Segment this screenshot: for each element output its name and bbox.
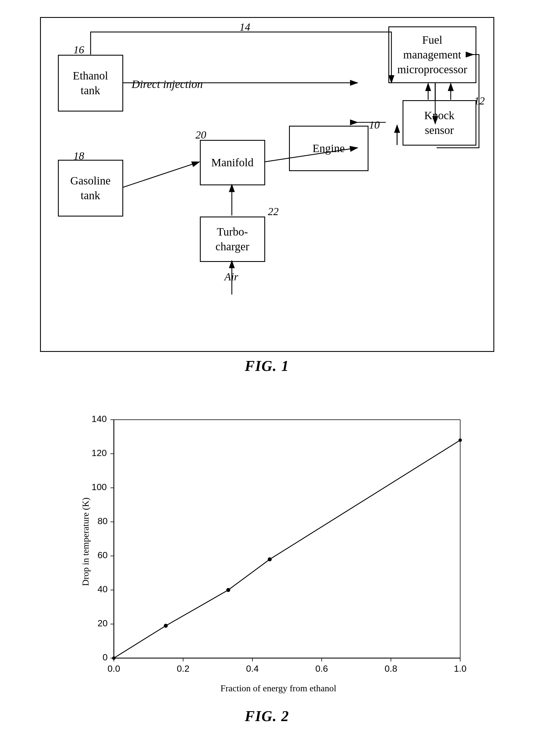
air-label: Air	[225, 270, 239, 283]
ref-10: 10	[369, 119, 380, 131]
ethanol-tank-label: Ethanoltank	[73, 68, 108, 98]
svg-text:0.6: 0.6	[315, 663, 327, 674]
knock-sensor-label: Knocksensor	[424, 108, 455, 138]
gasoline-tank-label: Gasolinetank	[70, 174, 110, 203]
fig1-label: FIG. 1	[245, 358, 289, 374]
svg-point-50	[268, 557, 272, 561]
gasoline-tank-box: Gasolinetank	[58, 160, 123, 217]
direct-injection-label: Direct injection	[132, 77, 203, 91]
svg-text:1.0: 1.0	[454, 663, 466, 674]
manifold-label: Manifold	[211, 155, 254, 170]
fuel-management-label: Fuelmanagementmicroprocessor	[397, 33, 467, 77]
svg-point-49	[226, 588, 230, 592]
svg-text:120: 120	[91, 448, 106, 458]
ref-14: 14	[239, 21, 250, 33]
turbocharger-label: Turbo-charger	[215, 225, 249, 254]
svg-text:60: 60	[98, 550, 108, 560]
svg-text:0.8: 0.8	[384, 663, 397, 674]
svg-point-48	[164, 624, 168, 628]
svg-line-10	[123, 162, 199, 187]
fig2-label: FIG. 2	[245, 708, 289, 724]
svg-text:0.0: 0.0	[107, 663, 120, 674]
fig2-chart: Drop in temperature (K) Fraction of ener…	[40, 392, 494, 704]
manifold-box: Manifold	[200, 140, 265, 185]
chart-area: Drop in temperature (K) Fraction of ener…	[85, 408, 471, 675]
page: 14 16 18 20 22 12 10 Ethanoltank Gasolin…	[0, 0, 534, 756]
turbocharger-box: Turbo-charger	[200, 217, 265, 262]
svg-point-47	[112, 656, 116, 660]
svg-text:0: 0	[102, 652, 108, 662]
ethanol-tank-box: Ethanoltank	[58, 55, 123, 112]
chart-svg: 0 20 40 60 80 100 120	[85, 408, 471, 675]
ref-20: 20	[196, 128, 207, 141]
svg-text:80: 80	[98, 516, 108, 526]
svg-text:140: 140	[91, 414, 106, 424]
fuel-management-box: Fuelmanagementmicroprocessor	[388, 26, 476, 83]
engine-box: Engine	[289, 126, 369, 171]
knock-sensor-box: Knocksensor	[403, 100, 476, 146]
ref-22: 22	[268, 205, 279, 218]
y-axis-label: Drop in temperature (K)	[80, 498, 91, 586]
fig1-diagram: 14 16 18 20 22 12 10 Ethanoltank Gasolin…	[40, 17, 494, 352]
svg-text:20: 20	[98, 618, 108, 628]
ref-16: 16	[73, 43, 84, 56]
svg-text:100: 100	[91, 482, 106, 492]
engine-label: Engine	[313, 141, 345, 156]
svg-text:40: 40	[98, 584, 108, 594]
svg-text:0.4: 0.4	[246, 663, 258, 674]
svg-point-51	[459, 439, 462, 442]
x-axis-label: Fraction of energy from ethanol	[220, 683, 336, 693]
svg-text:0.2: 0.2	[177, 663, 189, 674]
